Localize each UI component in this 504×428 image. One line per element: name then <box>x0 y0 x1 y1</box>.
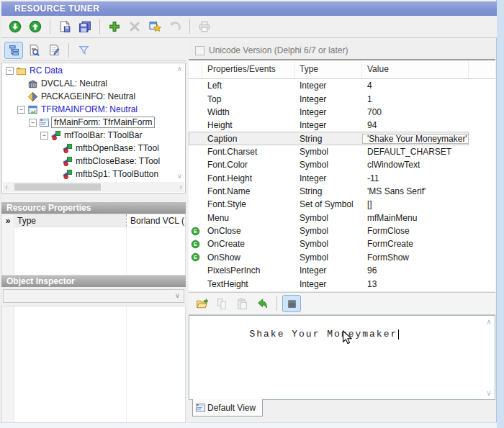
tree-expander[interactable]: − <box>6 67 14 75</box>
scrollbar-thumb[interactable] <box>14 183 101 191</box>
property-row[interactable]: WidthInteger700 <box>189 106 495 119</box>
scroll-right-icon[interactable] <box>179 182 182 192</box>
event-e-icon: E <box>191 240 200 249</box>
property-value[interactable]: 96 <box>362 265 469 276</box>
tree-item-label[interactable]: mfToolBar: TToolBar <box>64 130 143 140</box>
property-value[interactable]: 'MS Sans Serif' <box>362 186 469 196</box>
tree-item-label[interactable]: PACKAGEINFO: Neutral <box>41 91 135 101</box>
property-value[interactable]: -11 <box>362 173 469 183</box>
apply-changes-button[interactable] <box>253 295 271 312</box>
resource-property-name: Type <box>14 214 126 227</box>
property-type: Symbol <box>295 252 362 263</box>
resource-preview-button[interactable] <box>24 42 43 59</box>
property-value[interactable]: [] <box>362 199 469 209</box>
resource-property-value[interactable]: Borland VCL (... <box>126 214 185 227</box>
property-value[interactable]: 'Shake Your Moneymaker' <box>362 134 469 144</box>
property-value[interactable]: 1 <box>362 94 469 104</box>
property-row[interactable]: CaptionString'Shake Your Moneymaker' <box>189 132 495 145</box>
editor-text-value: Shake Your Moneymaker <box>249 329 397 340</box>
object-selector-dropdown[interactable] <box>3 289 184 303</box>
property-row[interactable]: Font.StyleSet of Symbol[] <box>189 198 495 211</box>
property-value[interactable]: clWindowText <box>362 160 469 170</box>
editor-scroll-down-icon[interactable] <box>486 388 492 398</box>
tree-item[interactable]: −mfToolBar: TToolBar <box>3 129 174 142</box>
property-row[interactable]: MenuSymbolmfMainMenu <box>189 211 495 224</box>
property-value[interactable]: 94 <box>362 120 469 130</box>
event-gutter <box>189 277 202 290</box>
svg-text:E: E <box>194 228 197 235</box>
tree-item[interactable]: −mftbSp1: TToolButton <box>3 168 174 181</box>
tree-item-label[interactable]: TFRMAINFORM: Neutral <box>41 104 138 114</box>
caption-editor[interactable]: Shake Your Moneymaker <box>189 315 495 400</box>
scroll-left-icon[interactable] <box>5 182 8 192</box>
editor-scroll-up-icon[interactable] <box>486 317 492 327</box>
save-all-button[interactable] <box>76 18 94 35</box>
window-edge-right <box>496 0 504 428</box>
editor-text[interactable]: Shake Your Moneymaker <box>193 318 399 350</box>
property-row[interactable]: EOnShowSymbolFormShow <box>189 251 495 264</box>
property-row[interactable]: Font.NameString'MS Sans Serif' <box>189 185 495 198</box>
property-row[interactable]: Font.HeightInteger-11 <box>189 172 495 185</box>
event-gutter: E <box>189 224 202 237</box>
tree-expander[interactable]: − <box>17 106 25 114</box>
property-value[interactable]: mfMainMenu <box>362 213 469 223</box>
tree-item-label[interactable]: DVCLAL: Neutral <box>41 78 107 88</box>
save-resource-to-file-button[interactable] <box>55 18 74 35</box>
property-row[interactable]: TextHeightInteger13 <box>189 277 495 290</box>
tree-view-button[interactable] <box>4 42 23 59</box>
edit-resource-button[interactable] <box>145 18 164 35</box>
property-row[interactable]: TopInteger1 <box>189 92 495 105</box>
property-row[interactable]: EOnCloseSymbolFormClose <box>189 224 495 237</box>
tree-item[interactable]: −DVCLAL: Neutral <box>3 77 174 90</box>
tree-item-label[interactable]: mftbCloseBase: TTool <box>76 156 160 166</box>
save-down-button[interactable] <box>6 18 24 35</box>
property-row[interactable]: PixelsPerInchInteger96 <box>189 264 495 277</box>
property-value[interactable]: 700 <box>362 107 469 117</box>
scroll-down-icon[interactable] <box>177 172 182 180</box>
tree-expander[interactable]: − <box>29 119 37 127</box>
open-button[interactable] <box>192 295 211 312</box>
tree-item[interactable]: −RC Data <box>3 64 174 77</box>
property-type: Integer <box>295 120 362 130</box>
text-view-button[interactable] <box>282 295 301 312</box>
tree-item[interactable]: −PACKAGEINFO: Neutral <box>3 90 174 103</box>
header-gutter <box>189 60 202 78</box>
resource-property-row[interactable]: Type Borland VCL (... <box>14 214 185 227</box>
tree-item-label[interactable]: RC Data <box>30 65 63 76</box>
property-row[interactable]: Font.ColorSymbolclWindowText <box>189 158 495 171</box>
tree-item[interactable]: −frMainForm: TfrMainForm <box>3 116 174 129</box>
properties-rows: LeftInteger4TopInteger1WidthInteger700He… <box>189 79 495 291</box>
property-row[interactable]: Font.CharsetSymbolDEFAULT_CHARSET <box>189 145 495 158</box>
property-value[interactable]: FormCreate <box>362 239 469 249</box>
property-value[interactable]: FormShow <box>362 252 469 263</box>
copy-button <box>212 295 231 312</box>
text-editor-button[interactable] <box>45 42 63 59</box>
property-value[interactable]: FormClose <box>362 226 469 236</box>
open-up-button[interactable] <box>26 18 45 35</box>
scroll-up-icon[interactable] <box>177 65 182 73</box>
add-resource-button[interactable] <box>105 18 124 35</box>
title-bar[interactable]: RESOURCE TUNER <box>1 1 497 16</box>
tab-default-view[interactable]: Default View <box>192 399 263 416</box>
filter-button[interactable] <box>74 42 93 59</box>
tree-item-label[interactable]: mftbOpenBase: TTool <box>76 143 159 153</box>
tree-item-label[interactable]: frMainForm: TfrMainForm <box>51 117 155 128</box>
property-name: Left <box>202 81 295 91</box>
unicode-version-checkbox[interactable] <box>195 46 204 55</box>
tree-item[interactable]: −mftbCloseBase: TTool <box>3 155 174 168</box>
event-gutter <box>189 106 202 119</box>
tree-item-label[interactable]: mftbSp1: TToolButton <box>76 169 158 179</box>
tree-expander[interactable]: − <box>40 132 48 140</box>
property-row[interactable]: HeightInteger94 <box>189 119 495 132</box>
property-row[interactable]: LeftInteger4 <box>189 79 495 92</box>
tree-vertical-scrollbar[interactable] <box>175 65 184 180</box>
property-value[interactable]: DEFAULT_CHARSET <box>362 147 469 157</box>
component-icon <box>62 169 73 180</box>
property-value[interactable]: 13 <box>362 279 469 289</box>
tree-item[interactable]: −mftbOpenBase: TTool <box>3 142 174 155</box>
property-type: Integer <box>295 81 362 91</box>
tree-item[interactable]: −TFRMAINFORM: Neutral <box>3 103 174 116</box>
property-row[interactable]: EOnCreateSymbolFormCreate <box>189 237 495 250</box>
tree-horizontal-scrollbar[interactable] <box>3 182 184 192</box>
property-value[interactable]: 4 <box>362 81 469 91</box>
